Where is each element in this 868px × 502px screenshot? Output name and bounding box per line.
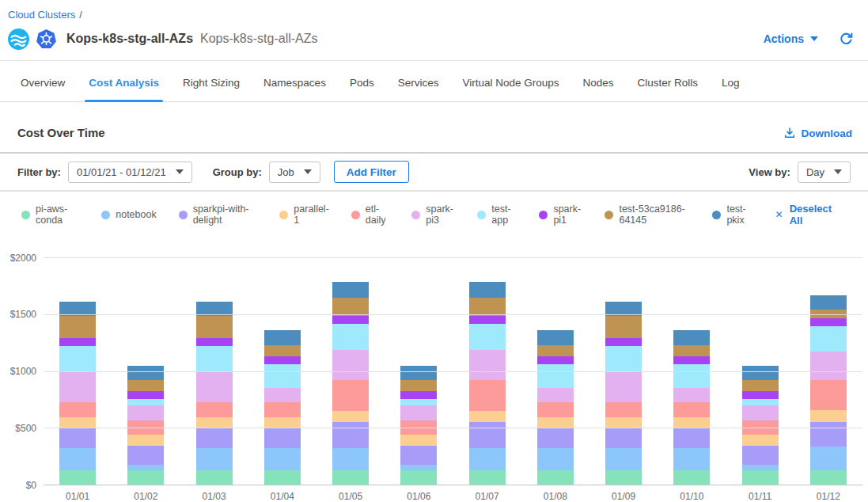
bar-segment-test-53ca9186-64145[interactable] (196, 316, 233, 338)
bar-segment-etl-daily[interactable] (332, 380, 369, 411)
bar-segment-spark-pi1[interactable] (332, 316, 369, 324)
tab-cost-analysis[interactable]: Cost Analysis (77, 61, 171, 101)
bar-segment-pi-aws-conda[interactable] (673, 470, 710, 485)
tab-cluster-rolls[interactable]: Cluster Rolls (626, 61, 711, 101)
bar-segment-pi-aws-conda[interactable] (196, 470, 233, 485)
tab-log[interactable]: Log (710, 61, 752, 101)
stacked-bar-01-10[interactable] (673, 258, 710, 485)
bar-segment-sparkpi-with-delight[interactable] (673, 428, 710, 449)
bar-segment-spark-pi1[interactable] (742, 391, 779, 399)
bar-segment-parallel-1[interactable] (673, 417, 710, 428)
bar-segment-notebook[interactable] (469, 448, 506, 470)
bar-segment-test-app[interactable] (332, 324, 369, 350)
stacked-bar-01-02[interactable] (127, 258, 164, 485)
bar-segment-parallel-1[interactable] (332, 411, 369, 422)
bar-segment-pi-aws-conda[interactable] (332, 470, 369, 485)
bar-segment-test-53ca9186-64145[interactable] (469, 298, 506, 316)
tab-overview[interactable]: Overview (9, 61, 77, 101)
bar-segment-pi-aws-conda[interactable] (810, 470, 847, 485)
bar-segment-sparkpi-with-delight[interactable] (264, 428, 301, 449)
bar-segment-etl-daily[interactable] (673, 402, 710, 417)
bar-segment-test-pkix[interactable] (742, 366, 779, 380)
bar-segment-spark-pi1[interactable] (127, 391, 164, 399)
bar-segment-test-53ca9186-64145[interactable] (742, 380, 779, 391)
bar-segment-spark-pi1[interactable] (196, 338, 233, 346)
bar-segment-notebook[interactable] (264, 448, 301, 470)
bar-segment-notebook[interactable] (810, 447, 847, 470)
bar-segment-pi-aws-conda[interactable] (605, 470, 642, 485)
bar-segment-notebook[interactable] (59, 448, 96, 470)
bar-segment-pi-aws-conda[interactable] (742, 470, 779, 485)
stacked-bar-01-08[interactable] (537, 258, 574, 485)
bar-segment-parallel-1[interactable] (810, 410, 847, 423)
bar-segment-sparkpi-with-delight[interactable] (469, 422, 506, 448)
bar-segment-test-app[interactable] (196, 346, 233, 372)
view-by-select[interactable]: Day (798, 162, 851, 183)
bar-segment-spark-pi1[interactable] (264, 356, 301, 364)
bar-segment-parallel-1[interactable] (400, 435, 437, 446)
bar-segment-test-app[interactable] (537, 364, 574, 388)
bar-segment-notebook[interactable] (673, 448, 710, 470)
stacked-bar-01-04[interactable] (264, 258, 301, 485)
bar-segment-spark-pi1[interactable] (605, 338, 642, 346)
bar-segment-test-app[interactable] (810, 326, 847, 352)
bar-segment-test-pkix[interactable] (469, 282, 506, 297)
bar-segment-sparkpi-with-delight[interactable] (59, 428, 96, 449)
bar-segment-sparkpi-with-delight[interactable] (400, 446, 437, 465)
bar-segment-notebook[interactable] (127, 465, 164, 470)
bar-segment-test-53ca9186-64145[interactable] (264, 345, 301, 356)
tab-pods[interactable]: Pods (338, 61, 386, 101)
bar-segment-sparkpi-with-delight[interactable] (332, 422, 369, 448)
stacked-bar-01-06[interactable] (400, 258, 437, 485)
bar-segment-test-app[interactable] (127, 399, 164, 405)
bar-segment-pi-aws-conda[interactable] (59, 470, 96, 485)
bar-segment-test-app[interactable] (742, 399, 779, 405)
bar-segment-spark-pi3[interactable] (673, 388, 710, 402)
bar-segment-pi-aws-conda[interactable] (264, 470, 301, 485)
tab-nodes[interactable]: Nodes (571, 61, 626, 101)
bar-segment-test-pkix[interactable] (332, 282, 369, 297)
stacked-bar-01-01[interactable] (59, 258, 96, 485)
bar-segment-sparkpi-with-delight[interactable] (742, 446, 779, 465)
bar-segment-parallel-1[interactable] (605, 417, 642, 428)
bar-segment-test-pkix[interactable] (537, 330, 574, 345)
bar-segment-spark-pi1[interactable] (673, 356, 710, 364)
bar-segment-spark-pi3[interactable] (810, 352, 847, 381)
bar-segment-notebook[interactable] (605, 448, 642, 470)
bar-segment-sparkpi-with-delight[interactable] (810, 422, 847, 447)
bar-segment-spark-pi3[interactable] (264, 388, 301, 402)
bar-segment-parallel-1[interactable] (264, 417, 301, 428)
tab-virtual-node-groups[interactable]: Virtual Node Groups (450, 61, 570, 101)
bar-segment-spark-pi1[interactable] (59, 338, 96, 346)
legend-item-parallel-1[interactable]: parallel-1 (279, 203, 328, 226)
tab-right-sizing[interactable]: Right Sizing (171, 61, 252, 101)
bar-segment-spark-pi3[interactable] (605, 372, 642, 403)
bar-segment-pi-aws-conda[interactable] (127, 470, 164, 485)
bar-segment-etl-daily[interactable] (196, 402, 233, 417)
bar-segment-spark-pi3[interactable] (332, 350, 369, 381)
bar-segment-test-app[interactable] (264, 364, 301, 388)
bar-segment-notebook[interactable] (400, 465, 437, 470)
bar-segment-spark-pi3[interactable] (469, 350, 506, 381)
bar-segment-parallel-1[interactable] (59, 417, 96, 428)
bar-segment-spark-pi3[interactable] (742, 405, 779, 420)
bar-segment-spark-pi1[interactable] (810, 318, 847, 326)
bar-segment-spark-pi3[interactable] (59, 372, 96, 403)
legend-item-etl-daily[interactable]: etl-daily (351, 203, 389, 226)
bar-segment-test-app[interactable] (59, 346, 96, 372)
bar-segment-spark-pi3[interactable] (400, 405, 437, 420)
stacked-bar-01-11[interactable] (742, 258, 779, 485)
bar-segment-test-53ca9186-64145[interactable] (673, 345, 710, 356)
bar-segment-parallel-1[interactable] (127, 435, 164, 446)
date-range-select[interactable]: 01/01/21 - 01/12/21 (68, 162, 192, 183)
bar-segment-notebook[interactable] (742, 465, 779, 470)
bar-segment-test-53ca9186-64145[interactable] (537, 345, 574, 356)
stacked-bar-01-03[interactable] (196, 258, 233, 485)
legend-item-spark-pi3[interactable]: spark-pi3 (411, 203, 455, 226)
bar-segment-etl-daily[interactable] (537, 402, 574, 417)
bar-segment-sparkpi-with-delight[interactable] (196, 428, 233, 449)
legend-item-test-53ca9186-64145[interactable]: test-53ca9186-64145 (605, 203, 690, 226)
bar-segment-parallel-1[interactable] (742, 435, 779, 446)
bar-segment-spark-pi1[interactable] (469, 316, 506, 324)
bar-segment-parallel-1[interactable] (469, 411, 506, 422)
